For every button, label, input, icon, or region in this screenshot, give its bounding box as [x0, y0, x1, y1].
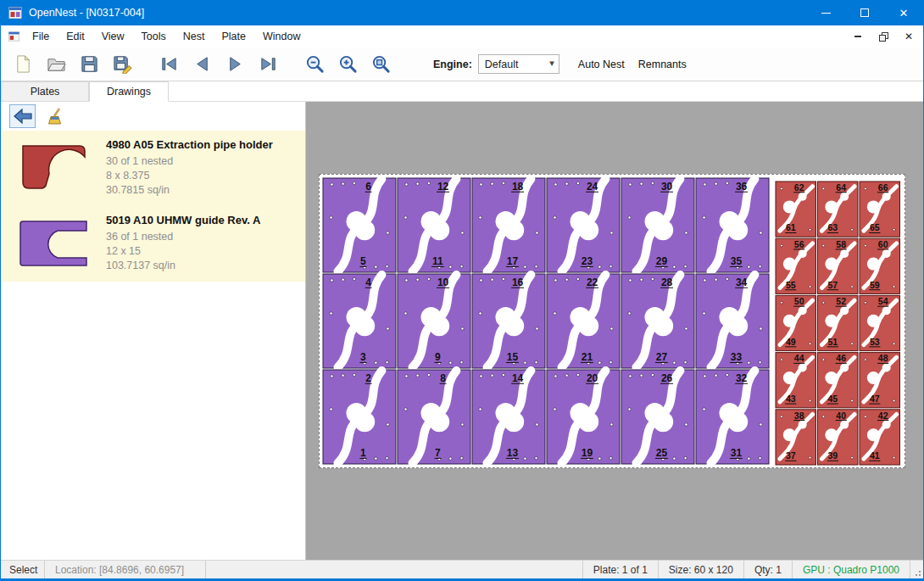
nested-part-pair-red[interactable]: 6665 [860, 182, 900, 237]
next-plate-button[interactable] [221, 51, 248, 78]
clear-nest-button[interactable] [42, 104, 69, 128]
engine-value: Default [485, 59, 519, 70]
document-icon [8, 31, 20, 42]
nested-part-pair-red[interactable]: 4443 [776, 353, 816, 408]
status-gpu: GPU : Quadro P1000 [792, 561, 910, 578]
mdi-minimize-icon [854, 36, 861, 37]
menu-item-edit[interactable]: Edit [58, 26, 93, 47]
drawing-list-item[interactable]: 4980 A05 Extraction pipe holder 30 of 1 … [1, 131, 305, 206]
menu-item-tools[interactable]: Tools [133, 26, 175, 47]
part-number: 40 [836, 411, 846, 421]
drawings-panel-toolbar [1, 102, 305, 131]
part-number: 39 [827, 450, 838, 461]
status-qty: Qty: 1 [743, 561, 792, 578]
window-title: OpenNest - [N0317-004] [29, 7, 144, 19]
nested-part-pair-purple[interactable]: 3029 [621, 178, 694, 272]
menu-item-file[interactable]: File [24, 26, 58, 47]
nested-part-pair-red[interactable]: 4241 [860, 410, 900, 465]
new-button[interactable] [9, 51, 36, 78]
drawing-area: 30.7815 sq/in [106, 183, 273, 198]
nested-part-pair-purple[interactable]: 1211 [398, 178, 470, 272]
mdi-restore-button[interactable] [876, 29, 891, 44]
nested-part-pair-red[interactable]: 5655 [776, 238, 816, 293]
save-button[interactable] [75, 51, 103, 78]
part-number: 41 [870, 450, 880, 461]
nested-part-pair-red[interactable]: 5857 [818, 238, 859, 293]
open-button[interactable] [42, 51, 70, 78]
nested-part-pair-red[interactable]: 4847 [860, 353, 900, 408]
nested-part-pair-red[interactable]: 4039 [818, 410, 859, 465]
status-mode: Select [1, 561, 45, 578]
mdi-close-button[interactable]: ✕ [901, 29, 916, 44]
nested-part-pair-red[interactable]: 5251 [818, 295, 859, 350]
status-spacer [206, 561, 582, 578]
nested-part-pair-purple[interactable]: 3231 [696, 370, 769, 464]
nested-part-pair-purple[interactable]: 87 [398, 370, 470, 464]
mdi-minimize-button[interactable] [850, 29, 866, 44]
nested-part-pair-purple[interactable]: 2625 [621, 370, 694, 464]
nested-part-pair-purple[interactable]: 2423 [547, 178, 620, 272]
nested-part-pair-red[interactable]: 5453 [860, 295, 900, 350]
nested-part-pair-red[interactable]: 6059 [860, 238, 900, 293]
maximize-button[interactable] [845, 0, 884, 25]
nested-part-pair-purple[interactable]: 1817 [472, 178, 545, 272]
send-to-plate-button[interactable] [9, 104, 36, 128]
nested-part-pair-purple[interactable]: 1413 [472, 370, 545, 464]
resize-grip[interactable] [910, 561, 923, 578]
part-number: 61 [786, 222, 796, 232]
zoom-out-button[interactable] [301, 51, 328, 78]
nested-part-pair-red[interactable]: 4645 [818, 353, 859, 408]
part-number: 37 [786, 450, 796, 461]
red-part-shape [23, 146, 85, 188]
menu-item-window[interactable]: Window [254, 26, 309, 47]
previous-plate-button[interactable] [188, 51, 215, 78]
nested-part-pair-purple[interactable]: 109 [398, 274, 470, 368]
open-folder-icon [47, 54, 66, 74]
tab-plates[interactable]: Plates [1, 81, 89, 101]
minimize-button[interactable] [806, 0, 845, 25]
app-window: OpenNest - [N0317-004] ✕ File Edit View … [0, 0, 924, 581]
nested-part-pair-purple[interactable]: 1615 [472, 274, 545, 368]
save-as-button[interactable] [109, 51, 136, 78]
part-number: 58 [836, 239, 846, 249]
nested-part-pair-red[interactable]: 5049 [776, 295, 816, 350]
last-plate-button[interactable] [254, 51, 281, 78]
menu-item-view[interactable]: View [93, 26, 133, 47]
plate[interactable]: 6512111817242330293635431091615222128273… [319, 174, 905, 468]
part-number: 20 [587, 372, 598, 384]
tab-plates-label: Plates [31, 86, 60, 98]
next-arrow-icon [225, 54, 245, 74]
close-button[interactable]: ✕ [884, 0, 923, 25]
zoom-out-icon [305, 54, 325, 74]
drawing-list-item[interactable]: 5019 A10 UHMW guide Rev. A 36 of 1 neste… [1, 206, 305, 282]
new-document-icon [14, 54, 33, 74]
first-plate-button[interactable] [155, 51, 182, 78]
drawing-area: 103.7137 sq/in [106, 259, 260, 273]
plate-drawing[interactable]: 6512111817242330293635431091615222128273… [320, 175, 905, 467]
auto-nest-button[interactable]: Auto Nest [578, 59, 625, 70]
menu-item-plate[interactable]: Plate [213, 26, 254, 47]
drawing-info: 4980 A05 Extraction pipe holder 30 of 1 … [106, 137, 273, 199]
nested-part-pair-purple[interactable]: 2019 [547, 370, 620, 464]
remnants-button[interactable]: Remnants [638, 59, 687, 70]
drawing-nested-count: 36 of 1 nested [106, 230, 260, 244]
nested-part-pair-red[interactable]: 6463 [818, 182, 859, 237]
previous-arrow-icon [192, 54, 212, 74]
zoom-extents-button[interactable] [367, 51, 394, 78]
tab-drawings[interactable]: Drawings [89, 81, 169, 102]
nested-part-pair-red[interactable]: 3837 [776, 410, 816, 465]
nested-part-pair-purple[interactable]: 2221 [547, 274, 620, 368]
part-number: 10 [437, 277, 449, 288]
nested-part-pair-purple[interactable]: 65 [323, 178, 396, 272]
nested-part-pair-purple[interactable]: 43 [323, 274, 396, 368]
menu-item-nest[interactable]: Nest [175, 26, 214, 47]
nested-part-pair-red[interactable]: 6261 [776, 182, 816, 237]
nested-part-pair-purple[interactable]: 21 [323, 370, 396, 464]
nested-part-pair-purple[interactable]: 3635 [696, 178, 769, 272]
engine-combo[interactable]: Default ▾ [478, 54, 559, 74]
zoom-extents-icon [371, 54, 391, 74]
nested-part-pair-purple[interactable]: 3433 [696, 274, 769, 368]
nest-canvas[interactable]: 6512111817242330293635431091615222128273… [306, 102, 924, 560]
zoom-in-button[interactable] [334, 51, 361, 78]
nested-part-pair-purple[interactable]: 2827 [621, 274, 694, 368]
